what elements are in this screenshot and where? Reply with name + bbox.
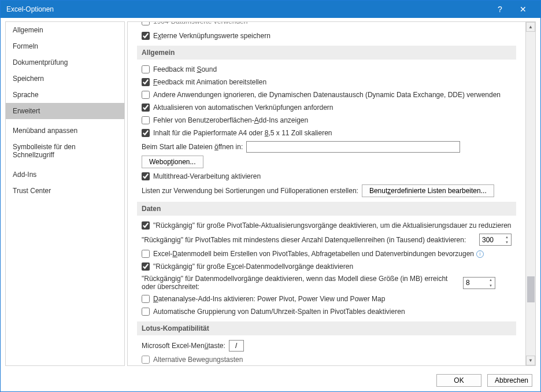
label-auto-links: Aktualisieren von automatischen Verknüpf…: [153, 102, 334, 113]
window-title: Excel-Optionen: [6, 5, 488, 13]
label-prefer-model: Excel-Datenmodell beim Erstellen von Piv…: [153, 249, 474, 259]
open-files-label: Beim Start alle Dateien öffnen in:: [142, 143, 243, 151]
model-size-input[interactable]: [464, 278, 487, 289]
sidebar-item-men-band-anpassen[interactable]: Menüband anpassen: [6, 123, 124, 139]
spin-up-icon[interactable]: ▲: [487, 278, 495, 283]
label-auto-grouping: Automatische Gruppierung von Datum/Uhrze…: [153, 306, 405, 317]
checkbox-undo-model[interactable]: "Rückgängig" für große Excel-Datenmodell…: [142, 261, 512, 272]
checkbox-transition-nav[interactable]: Alternative Bewegungstasten: [142, 354, 512, 365]
spin-down-icon[interactable]: ▼: [487, 283, 495, 289]
checkbox-feedback-anim[interactable]: Feedback mit Animation bereitstellen: [142, 77, 512, 87]
sidebar-item-sprache[interactable]: Sprache: [6, 87, 124, 103]
web-options-row: Weboptionen...: [142, 156, 512, 168]
sidebar-item-trust-center[interactable]: Trust Center: [6, 183, 124, 199]
menu-key-label: Microsoft Excel-Menütaste:: [142, 342, 225, 350]
pivot-rows-spinner[interactable]: ▲▼: [479, 234, 512, 246]
label-feedback-anim: Feedback mit Animation bereitstellen: [153, 77, 266, 87]
checkbox-external-links[interactable]: Externe Verknüpfungswerte speichern: [142, 31, 512, 41]
label-ignore-dde: Andere Anwendungen ignorieren, die Dynam…: [153, 90, 501, 100]
section-lotus-header: Lotus-Kompatibilität: [137, 321, 516, 335]
checkbox-undo-pivot[interactable]: "Rückgängig" für große PivotTable-Aktual…: [142, 220, 512, 231]
label-feedback-sound: Feedback mit Sound: [153, 64, 217, 75]
spin-up-icon[interactable]: ▲: [503, 234, 511, 240]
menu-key-row: Microsoft Excel-Menütaste:: [142, 340, 512, 352]
pivot-rows-row: "Rückgängig" für PivotTables mit mindest…: [142, 234, 512, 246]
label-external-links: Externe Verknüpfungswerte speichern: [153, 31, 270, 41]
open-files-input[interactable]: [246, 141, 460, 153]
edit-custom-lists-button[interactable]: Benutzerdefinierte Listen bearbeiten...: [362, 184, 494, 197]
vertical-scrollbar[interactable]: ▲ ▼: [525, 22, 535, 365]
close-button[interactable]: ✕: [512, 1, 535, 18]
label-multithread: Multithread-Verarbeitung aktivieren: [153, 171, 261, 182]
label-undo-model: "Rückgängig" für große Excel-Datenmodell…: [153, 261, 353, 272]
checkbox-auto-links[interactable]: Aktualisieren von automatischen Verknüpf…: [142, 102, 512, 113]
checkbox-addin-errors[interactable]: Fehler von Benutzeroberflächen-Add-Ins a…: [142, 115, 512, 125]
label-1904-dates: 1904-Datumswerte verwenden: [153, 22, 247, 27]
cancel-button[interactable]: Abbrechen: [487, 374, 532, 387]
sidebar-item-allgemein[interactable]: Allgemein: [6, 22, 124, 38]
help-button[interactable]: ?: [488, 1, 512, 18]
dialog-footer: OK Abbrechen: [1, 369, 540, 391]
checkbox-multithread[interactable]: Multithread-Verarbeitung aktivieren: [142, 171, 512, 182]
sidebar-item-symbolleiste-f-r-den-schnellzugriff[interactable]: Symbolleiste für den Schnellzugriff: [6, 139, 124, 163]
spin-down-icon[interactable]: ▼: [503, 240, 511, 246]
pivot-rows-input[interactable]: [480, 234, 503, 245]
ok-button[interactable]: OK: [436, 374, 481, 387]
model-size-label: "Rückgängig" für Datenmodellvorgänge dea…: [142, 275, 460, 291]
label-analysis-addins: Datenanalyse-Add-Ins aktivieren: Power P…: [153, 294, 385, 304]
pivot-rows-label: "Rückgängig" für PivotTables mit mindest…: [142, 236, 476, 244]
checkbox-scale-paper[interactable]: Inhalt für die Papierformate A4 oder 8,5…: [142, 128, 512, 138]
sidebar-item-erweitert[interactable]: Erweitert: [6, 103, 124, 119]
model-size-row: "Rückgängig" für Datenmodellvorgänge dea…: [142, 275, 512, 291]
info-icon[interactable]: i: [476, 250, 484, 258]
label-scale-paper: Inhalt für die Papierformate A4 oder 8,5…: [153, 128, 332, 138]
section-data-header: Daten: [137, 202, 516, 216]
titlebar: Excel-Optionen ? ✕: [1, 1, 540, 18]
section-general-header: Allgemein: [137, 46, 516, 60]
open-files-row: Beim Start alle Dateien öffnen in:: [142, 141, 512, 153]
checkbox-feedback-sound[interactable]: Feedback mit Sound: [142, 64, 512, 75]
sidebar-item-formeln[interactable]: Formeln: [6, 38, 124, 54]
checkbox-prefer-model[interactable]: Excel-Datenmodell beim Erstellen von Piv…: [142, 249, 512, 259]
label-addin-errors: Fehler von Benutzeroberflächen-Add-Ins a…: [153, 115, 308, 125]
menu-key-input[interactable]: [229, 340, 244, 352]
category-sidebar: AllgemeinFormelnDokumentprüfungSpeichern…: [5, 21, 125, 366]
label-undo-pivot: "Rückgängig" für große PivotTable-Aktual…: [153, 220, 512, 231]
web-options-button[interactable]: Weboptionen...: [142, 156, 203, 168]
label-transition-nav: Alternative Bewegungstasten: [153, 354, 243, 365]
checkbox-1904-dates[interactable]: 1904-Datumswerte verwenden: [142, 22, 512, 27]
custom-lists-label: Listen zur Verwendung bei Sortierungen u…: [142, 187, 358, 195]
scroll-down-icon[interactable]: ▼: [526, 356, 535, 365]
model-size-spinner[interactable]: ▲▼: [463, 277, 495, 289]
custom-lists-row: Listen zur Verwendung bei Sortierungen u…: [142, 184, 512, 197]
sidebar-item-add-ins[interactable]: Add-Ins: [6, 167, 124, 183]
scroll-up-icon[interactable]: ▲: [526, 22, 535, 32]
checkbox-analysis-addins[interactable]: Datenanalyse-Add-Ins aktivieren: Power P…: [142, 294, 512, 304]
sidebar-item-speichern[interactable]: Speichern: [6, 71, 124, 87]
sidebar-item-dokumentpr-fung[interactable]: Dokumentprüfung: [6, 54, 124, 71]
checkbox-ignore-dde[interactable]: Andere Anwendungen ignorieren, die Dynam…: [142, 90, 512, 100]
content-pane: 1904-Datumswerte verwenden Externe Verkn…: [127, 21, 536, 366]
scroll-thumb[interactable]: [527, 276, 535, 302]
checkbox-auto-grouping[interactable]: Automatische Gruppierung von Datum/Uhrze…: [142, 306, 512, 317]
